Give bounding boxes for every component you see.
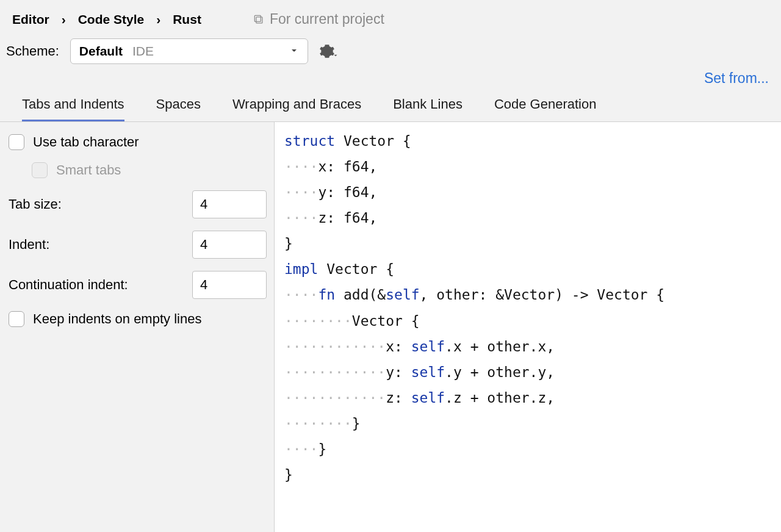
project-scope-text: For current project [270, 11, 384, 27]
keep-indents-row: Keep indents on empty lines [9, 311, 267, 327]
tab-tabs-and-indents[interactable]: Tabs and Indents [22, 96, 124, 121]
breadcrumb-code-style[interactable]: Code Style [78, 12, 145, 27]
project-scope-hint: For current project [253, 11, 384, 27]
smart-tabs-checkbox [32, 162, 48, 178]
indent-input[interactable] [192, 231, 267, 259]
chevron-down-icon [289, 44, 299, 59]
tabs-bar: Tabs and IndentsSpacesWrapping and Brace… [0, 90, 781, 122]
tab-wrapping-and-braces[interactable]: Wrapping and Braces [232, 96, 361, 121]
breadcrumb-bar: Editor › Code Style › Rust For current p… [0, 0, 781, 34]
project-copy-icon [253, 13, 265, 26]
scheme-label: Scheme: [6, 43, 59, 59]
options-panel: Use tab character Smart tabs Tab size: I… [0, 122, 275, 532]
breadcrumb-sep: › [62, 12, 66, 27]
use-tab-character-label[interactable]: Use tab character [33, 134, 139, 150]
tab-size-row: Tab size: [9, 190, 267, 218]
tab-code-generation[interactable]: Code Generation [494, 96, 597, 121]
continuation-indent-row: Continuation indent: [9, 271, 267, 299]
scheme-scope: IDE [132, 44, 154, 59]
continuation-indent-label: Continuation indent: [9, 277, 128, 293]
smart-tabs-label: Smart tabs [56, 162, 121, 178]
scheme-select[interactable]: Default IDE [70, 38, 308, 64]
set-from-link[interactable]: Set from... [704, 70, 769, 87]
scheme-row: Scheme: Default IDE [0, 34, 781, 68]
tab-size-input[interactable] [192, 190, 267, 218]
svg-rect-1 [254, 15, 261, 21]
set-from-row: Set from... [0, 68, 781, 90]
code-preview: struct Vector {····x: f64,····y: f64,···… [284, 128, 771, 487]
continuation-indent-input[interactable] [192, 271, 267, 299]
keep-indents-checkbox[interactable] [9, 311, 24, 327]
breadcrumb-sep: › [156, 12, 160, 27]
smart-tabs-row: Smart tabs [32, 162, 267, 178]
use-tab-character-row: Use tab character [9, 134, 267, 150]
svg-rect-0 [256, 16, 262, 23]
indent-label: Indent: [9, 237, 49, 253]
breadcrumb-editor[interactable]: Editor [12, 12, 49, 27]
code-preview-pane: struct Vector {····x: f64,····y: f64,···… [275, 122, 781, 532]
use-tab-character-checkbox[interactable] [9, 134, 24, 150]
tab-blank-lines[interactable]: Blank Lines [393, 96, 462, 121]
indent-row: Indent: [9, 231, 267, 259]
tab-spaces[interactable]: Spaces [156, 96, 201, 121]
keep-indents-label[interactable]: Keep indents on empty lines [33, 311, 201, 327]
scheme-name: Default [79, 44, 123, 59]
tab-size-label: Tab size: [9, 196, 62, 212]
scheme-gear-button[interactable] [319, 43, 339, 59]
breadcrumb-rust[interactable]: Rust [173, 12, 201, 27]
